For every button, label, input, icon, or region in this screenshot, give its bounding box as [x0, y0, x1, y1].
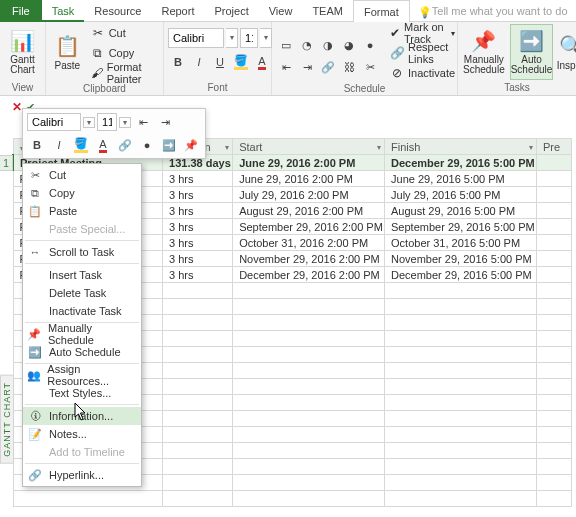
cell-start[interactable]: August 29, 2016 2:00 PM [233, 203, 385, 219]
inspect-button[interactable]: 🔍 Inspec [557, 24, 576, 80]
close-icon[interactable]: ✕ [12, 100, 22, 114]
ctx-inactivate-task[interactable]: Inactivate Task [23, 302, 141, 320]
inactivate-button[interactable]: ⊘Inactivate [388, 64, 457, 82]
ctx-scroll-to-task[interactable]: ↔Scroll to Task [23, 243, 141, 261]
manual-schedule-button[interactable]: 📌 Manually Schedule [462, 24, 506, 80]
cell-finish[interactable]: August 29, 2016 5:00 PM [385, 203, 537, 219]
cell-finish[interactable]: September 29, 2016 5:00 PM [385, 219, 537, 235]
cell-start[interactable]: November 29, 2016 2:00 PM [233, 251, 385, 267]
cell-pre[interactable] [536, 203, 571, 219]
tab-report[interactable]: Report [151, 0, 204, 22]
pct-0-button[interactable]: ▭ [276, 35, 296, 55]
mini-font-name-input[interactable] [27, 113, 81, 131]
cell-start[interactable]: June 29, 2016 2:00 PM [233, 171, 385, 187]
bold-button[interactable]: B [168, 52, 188, 72]
cell-pre[interactable] [536, 219, 571, 235]
tab-format[interactable]: Format [353, 0, 410, 22]
indent-button[interactable]: ⇥ [297, 57, 317, 77]
link-button[interactable]: 🔗 [318, 57, 338, 77]
cell-pre[interactable] [536, 235, 571, 251]
ctx-manually-schedule[interactable]: 📌Manually Schedule [23, 325, 141, 343]
empty-row[interactable] [13, 491, 572, 507]
cell-start[interactable]: December 29, 2016 2:00 PM [233, 267, 385, 283]
copy-button[interactable]: ⧉Copy [89, 44, 159, 62]
ctx-insert-task[interactable]: Insert Task [23, 266, 141, 284]
respect-links-button[interactable]: 🔗Respect Links [388, 44, 457, 62]
cut-button[interactable]: ✂Cut [89, 24, 159, 42]
cell-duration[interactable]: 3 hrs [163, 219, 233, 235]
cell-finish[interactable]: December 29, 2016 5:00 PM [385, 267, 537, 283]
mini-font-size-dropdown[interactable]: ▾ [119, 117, 131, 128]
mini-pct-button[interactable]: ● [137, 135, 157, 155]
ctx-hyperlink[interactable]: 🔗Hyperlink... [23, 466, 141, 484]
font-size-dropdown[interactable]: ▾ [260, 28, 272, 48]
pct-50-button[interactable]: ◑ [318, 35, 338, 55]
cell-duration[interactable]: 3 hrs [163, 187, 233, 203]
mini-italic-button[interactable]: I [49, 135, 69, 155]
outdent-button[interactable]: ⇤ [276, 57, 296, 77]
font-color-button[interactable]: A [252, 52, 272, 72]
pct-100-button[interactable]: ● [360, 35, 380, 55]
cell-duration[interactable]: 3 hrs [163, 171, 233, 187]
cell-finish[interactable]: October 31, 2016 5:00 PM [385, 235, 537, 251]
paste-button[interactable]: 📋 Paste [50, 24, 85, 80]
cell-start[interactable]: September 29, 2016 2:00 PM [233, 219, 385, 235]
col-start[interactable]: Start▾ [233, 139, 385, 155]
ctx-information[interactable]: 🛈Information... [23, 407, 141, 425]
fill-color-button[interactable]: 🪣 [231, 52, 251, 72]
cell-pre[interactable] [536, 267, 571, 283]
row-number[interactable]: 1 [0, 155, 13, 171]
split-button[interactable]: ✂ [360, 57, 380, 77]
ctx-cut[interactable]: ✂Cut [23, 166, 141, 184]
mini-outdent-button[interactable]: ⇥ [155, 112, 175, 132]
tab-task[interactable]: Task [42, 0, 85, 22]
mini-fontcolor-button[interactable]: A [93, 135, 113, 155]
mini-font-size-input[interactable] [97, 113, 117, 131]
mini-indent-button[interactable]: ⇤ [133, 112, 153, 132]
cell-finish[interactable]: November 29, 2016 5:00 PM [385, 251, 537, 267]
tab-view[interactable]: View [259, 0, 303, 22]
mini-auto-button[interactable]: ➡️ [159, 135, 179, 155]
format-painter-button[interactable]: 🖌Format Painter [89, 64, 159, 82]
mark-on-track-button[interactable]: ✔Mark on Track▾ [388, 24, 457, 42]
font-size-input[interactable] [240, 28, 258, 48]
cell-pre[interactable] [536, 251, 571, 267]
underline-button[interactable]: U [210, 52, 230, 72]
cell-start[interactable]: July 29, 2016 2:00 PM [233, 187, 385, 203]
tellme-search[interactable]: 💡 Tell me what you want to do [418, 5, 568, 17]
gantt-chart-button[interactable]: 📊 Gantt Chart [4, 24, 41, 80]
italic-button[interactable]: I [189, 52, 209, 72]
ctx-paste[interactable]: 📋Paste [23, 202, 141, 220]
pct-75-button[interactable]: ◕ [339, 35, 359, 55]
auto-schedule-button[interactable]: ➡️ Auto Schedule [510, 24, 554, 80]
mini-fill-button[interactable]: 🪣 [71, 135, 91, 155]
ctx-notes[interactable]: 📝Notes... [23, 425, 141, 443]
mini-bold-button[interactable]: B [27, 135, 47, 155]
cell-duration[interactable]: 3 hrs [163, 251, 233, 267]
mini-font-name-dropdown[interactable]: ▾ [83, 117, 95, 128]
gantt-chart-vertical-tab[interactable]: GANTT CHART [0, 375, 14, 464]
mini-link-button[interactable]: 🔗 [115, 135, 135, 155]
unlink-button[interactable]: ⛓ [339, 57, 359, 77]
ctx-assign-resources[interactable]: 👥Assign Resources... [23, 366, 141, 384]
tab-resource[interactable]: Resource [84, 0, 151, 22]
tab-file[interactable]: File [0, 0, 42, 22]
cell-duration[interactable]: 3 hrs [163, 267, 233, 283]
col-pre[interactable]: Pre [536, 139, 571, 155]
col-finish[interactable]: Finish▾ [385, 139, 537, 155]
ctx-copy[interactable]: ⧉Copy [23, 184, 141, 202]
cell-duration[interactable]: 3 hrs [163, 203, 233, 219]
cell-pre[interactable] [536, 187, 571, 203]
ctx-delete-task[interactable]: Delete Task [23, 284, 141, 302]
cell-finish[interactable]: July 29, 2016 5:00 PM [385, 187, 537, 203]
cell-duration[interactable]: 3 hrs [163, 235, 233, 251]
pct-25-button[interactable]: ◔ [297, 35, 317, 55]
cell-start[interactable]: October 31, 2016 2:00 PM [233, 235, 385, 251]
cell-pre[interactable] [536, 171, 571, 187]
mini-manual-button[interactable]: 📌 [181, 135, 201, 155]
font-name-input[interactable] [168, 28, 224, 48]
tab-project[interactable]: Project [204, 0, 258, 22]
tab-team[interactable]: TEAM [302, 0, 353, 22]
cell-finish[interactable]: June 29, 2016 5:00 PM [385, 171, 537, 187]
font-name-dropdown[interactable]: ▾ [226, 28, 238, 48]
